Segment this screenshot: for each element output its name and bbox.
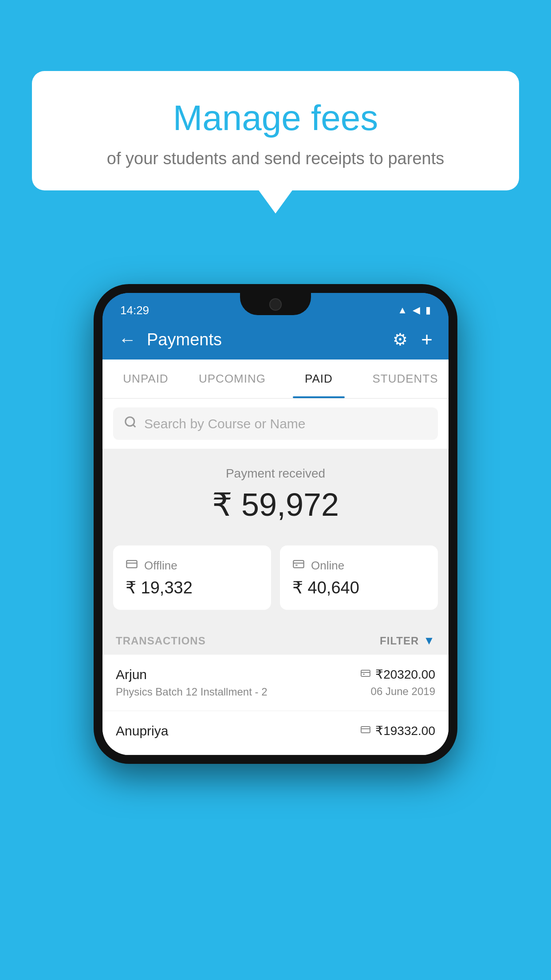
- txn-date: 06 June 2019: [360, 685, 435, 698]
- txn-left: Anupriya: [116, 723, 168, 742]
- svg-rect-2: [126, 561, 137, 568]
- filter-icon: ▼: [423, 634, 435, 648]
- search-placeholder: Search by Course or Name: [144, 416, 306, 431]
- search-container: Search by Course or Name: [102, 399, 449, 449]
- svg-rect-10: [361, 727, 370, 733]
- transaction-row[interactable]: Anupriya ₹19332.00: [102, 711, 449, 755]
- battery-icon: ▮: [425, 304, 431, 316]
- tab-unpaid[interactable]: UNPAID: [102, 360, 189, 398]
- settings-icon[interactable]: ⚙: [393, 330, 408, 349]
- payment-received-label: Payment received: [113, 466, 438, 481]
- tabs-bar: UNPAID UPCOMING PAID STUDENTS: [102, 360, 449, 399]
- bubble-title: Manage fees: [54, 98, 497, 138]
- txn-course: Physics Batch 12 Installment - 2: [116, 686, 267, 698]
- txn-payment-icon: [360, 668, 371, 681]
- offline-icon: [126, 558, 138, 573]
- filter-button[interactable]: FILTER ▼: [380, 634, 435, 648]
- front-camera: [269, 298, 282, 311]
- txn-amount-row: ₹20320.00: [360, 667, 435, 682]
- phone-notch-area: 14:29 ▲ ◀ ▮ ← Payments ⚙ +: [102, 293, 449, 360]
- status-icons: ▲ ◀ ▮: [398, 304, 431, 316]
- transactions-header: TRANSACTIONS FILTER ▼: [102, 623, 449, 655]
- offline-amount: ₹ 19,332: [126, 578, 259, 597]
- transactions-label: TRANSACTIONS: [116, 635, 206, 647]
- txn-right: ₹20320.00 06 June 2019: [360, 667, 435, 698]
- svg-line-1: [133, 425, 135, 427]
- online-icon: [292, 558, 305, 573]
- payment-total-amount: ₹ 59,972: [113, 486, 438, 523]
- app-bar: ← Payments ⚙ +: [102, 320, 449, 360]
- txn-amount-row: ₹19332.00: [360, 723, 435, 738]
- search-icon: [124, 415, 137, 432]
- offline-card-top: Offline: [126, 558, 259, 573]
- offline-label: Offline: [144, 559, 177, 573]
- phone-notch: [240, 293, 311, 315]
- svg-point-0: [126, 417, 134, 426]
- bubble-subtitle: of your students and send receipts to pa…: [54, 149, 497, 168]
- svg-rect-4: [293, 561, 303, 568]
- txn-right: ₹19332.00: [360, 723, 435, 742]
- screen-content: UNPAID UPCOMING PAID STUDENTS: [102, 360, 449, 755]
- online-label: Online: [311, 559, 344, 573]
- status-time: 14:29: [120, 304, 149, 317]
- payment-received-section: Payment received ₹ 59,972: [102, 449, 449, 537]
- txn-name: Arjun: [116, 667, 267, 682]
- offline-payment-card: Offline ₹ 19,332: [113, 545, 271, 610]
- online-card-top: Online: [292, 558, 425, 573]
- txn-amount: ₹19332.00: [375, 723, 435, 738]
- txn-left: Arjun Physics Batch 12 Installment - 2: [116, 667, 267, 698]
- page-title: Payments: [147, 330, 393, 349]
- phone-device: 14:29 ▲ ◀ ▮ ← Payments ⚙ + UNPAID: [94, 284, 457, 764]
- add-button[interactable]: +: [421, 328, 433, 351]
- online-amount: ₹ 40,640: [292, 578, 425, 597]
- online-payment-card: Online ₹ 40,640: [280, 545, 438, 610]
- txn-amount: ₹20320.00: [375, 667, 435, 682]
- tab-paid[interactable]: PAID: [276, 360, 362, 398]
- txn-name: Anupriya: [116, 723, 168, 739]
- speech-bubble: Manage fees of your students and send re…: [32, 71, 519, 190]
- payment-cards-row: Offline ₹ 19,332 Online: [102, 537, 449, 623]
- filter-label: FILTER: [380, 635, 419, 647]
- transaction-row[interactable]: Arjun Physics Batch 12 Installment - 2 ₹…: [102, 655, 449, 711]
- tab-upcoming[interactable]: UPCOMING: [189, 360, 276, 398]
- back-button[interactable]: ←: [118, 330, 136, 350]
- tab-students[interactable]: STUDENTS: [362, 360, 449, 398]
- svg-rect-7: [361, 670, 370, 676]
- signal-icon: ◀: [413, 304, 420, 316]
- search-bar[interactable]: Search by Course or Name: [113, 407, 438, 440]
- wifi-icon: ▲: [398, 304, 407, 316]
- txn-payment-icon: [360, 724, 371, 738]
- phone-shell: 14:29 ▲ ◀ ▮ ← Payments ⚙ + UNPAID: [94, 284, 457, 764]
